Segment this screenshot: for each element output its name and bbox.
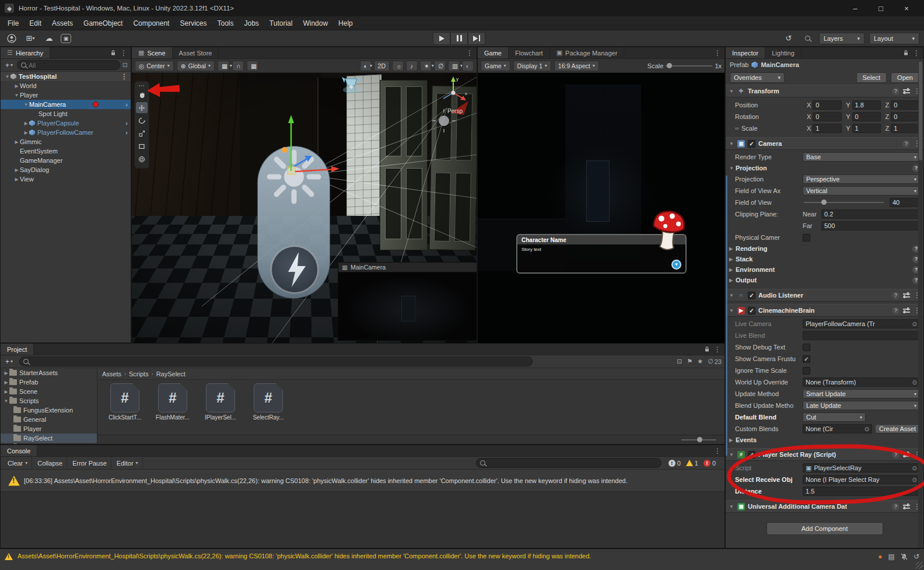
hidden-items-icon[interactable]: ∅23 <box>708 358 722 365</box>
hierarchy-search-input[interactable] <box>29 62 116 69</box>
help-icon[interactable]: ? <box>892 451 900 459</box>
tab-inspector[interactable]: Inspector <box>726 47 765 58</box>
error-filter-badge[interactable]: !0 <box>704 460 716 467</box>
foldout-arrow-icon[interactable]: ▼ <box>729 141 734 146</box>
game-viewport[interactable]: Character Name Story text ▼ <box>478 73 724 344</box>
open-button[interactable]: Open <box>891 72 919 83</box>
menu-component[interactable]: Component <box>128 16 174 30</box>
project-search-input[interactable] <box>31 358 528 365</box>
position-y-field[interactable]: 1.8 <box>852 100 881 110</box>
show-camera-frustum-checkbox[interactable]: ✓ <box>803 355 810 363</box>
preset-icon[interactable] <box>903 452 910 457</box>
custom-blends-field[interactable]: None (Cir⊙ <box>803 424 872 433</box>
scale-x-field[interactable]: 1 <box>813 124 842 133</box>
foldout-arrow-icon[interactable]: ▼ <box>3 398 9 404</box>
rotation-z-field[interactable]: 0 <box>891 112 920 121</box>
project-folder[interactable]: General <box>1 415 97 424</box>
menu-help[interactable]: Help <box>333 16 358 30</box>
lock-icon[interactable] <box>704 346 710 352</box>
projection-mode-label[interactable]: Persp <box>447 108 463 114</box>
gizmos-collapse-icon[interactable]: ‹ <box>462 61 474 71</box>
help-icon[interactable]: ? <box>892 503 900 510</box>
help-icon[interactable]: ? <box>902 140 910 148</box>
play-button[interactable] <box>433 32 450 45</box>
add-component-button[interactable]: Add Component <box>766 522 883 535</box>
select-receive-obj-field[interactable]: None (I Player Select Ray⊙ <box>803 475 920 484</box>
scene-options-icon[interactable]: ⋮ <box>121 72 128 81</box>
prefab-open-arrow-icon[interactable]: › <box>125 120 128 127</box>
scale-y-field[interactable]: 1 <box>852 124 881 133</box>
physical-camera-checkbox[interactable] <box>803 234 810 242</box>
select-button[interactable]: Select <box>856 72 887 83</box>
layout-dropdown[interactable]: Layout▾ <box>869 33 919 44</box>
far-field[interactable]: 500 <box>821 221 920 230</box>
file-item[interactable]: #FlashMater... <box>151 383 194 421</box>
move-tool-button[interactable] <box>136 102 148 113</box>
editor-dropdown[interactable]: Editor▾ <box>113 457 143 469</box>
scale-tool-button[interactable] <box>136 128 148 139</box>
collapse-button[interactable]: Collapse <box>33 457 67 469</box>
hierarchy-item[interactable]: ▶Gimmic <box>1 137 131 146</box>
file-item[interactable]: #ClickStartT... <box>103 383 146 421</box>
hierarchy-search[interactable] <box>17 60 120 70</box>
foldout-arrow-icon[interactable]: ▶ <box>13 139 20 145</box>
menu-jobs[interactable]: Jobs <box>239 16 264 30</box>
foldout-arrow-icon[interactable]: ▼ <box>4 74 10 79</box>
preset-icon[interactable] <box>903 292 910 298</box>
project-folder[interactable]: ▶StarterAssets <box>1 368 97 377</box>
inspector-left-scrollbar[interactable] <box>726 176 727 456</box>
project-folder[interactable]: FungusExtension <box>1 405 97 415</box>
show-debug-text-checkbox[interactable] <box>803 344 810 351</box>
filter-label-icon[interactable]: ⚑ <box>687 358 692 365</box>
scene-viewport[interactable]: y x Persp ••• ▦MainCamera <box>132 73 477 344</box>
foldout-arrow-icon[interactable]: ▼ <box>729 308 734 313</box>
undo-history-icon[interactable]: ↺ <box>782 33 796 44</box>
hierarchy-item[interactable]: ▼Player <box>1 90 131 100</box>
panel-menu-icon[interactable]: ⋮ <box>120 49 127 57</box>
menu-file[interactable]: File <box>2 16 24 30</box>
hierarchy-item-prefab[interactable]: ▶PlayerFollowCamer› <box>1 128 131 137</box>
component-enabled-checkbox[interactable]: ✓ <box>748 140 755 148</box>
layers-dropdown[interactable]: Layers▾ <box>819 33 864 44</box>
projection-section[interactable]: ▼ Projection ? <box>726 163 923 173</box>
lock-icon[interactable] <box>903 50 909 56</box>
rotation-y-field[interactable]: 0 <box>852 112 881 121</box>
stack-foldout[interactable]: ▶Stack? <box>726 254 923 264</box>
menu-assets[interactable]: Assets <box>47 16 78 30</box>
scene-lighting-icon[interactable]: ☼ <box>392 61 404 71</box>
info-filter-badge[interactable]: !0 <box>668 460 681 467</box>
services-icon[interactable]: ▣ <box>61 34 71 43</box>
hierarchy-item-maincamera[interactable]: ▼MainCamera› <box>1 100 131 109</box>
breadcrumb-item[interactable]: RaySelect <box>156 370 186 377</box>
position-z-field[interactable]: 0 <box>891 100 920 110</box>
file-item[interactable]: #SelectRay... <box>247 383 290 421</box>
create-asset-button[interactable]: Create Asset <box>875 424 920 433</box>
tab-flowchart[interactable]: Flowchart <box>509 47 550 58</box>
menu-services[interactable]: Services <box>174 16 212 30</box>
camera-component-header[interactable]: ▼ ▣ ✓ Camera ?⋮ <box>726 137 923 150</box>
clear-button[interactable]: Clear▾ <box>4 457 32 469</box>
menu-tools[interactable]: Tools <box>212 16 239 30</box>
grid-snapping-dropdown[interactable]: ▦▾ <box>218 61 229 71</box>
project-folder[interactable]: Player <box>1 424 97 433</box>
tab-hierarchy[interactable]: ☰Hierarchy <box>1 47 50 58</box>
thumbnail-zoom-slider[interactable] <box>681 439 716 440</box>
console-search[interactable] <box>476 458 662 468</box>
hierarchy-item[interactable]: ▶View <box>1 174 131 184</box>
help-icon[interactable]: ? <box>892 292 900 299</box>
version-control-icon[interactable]: ⊞ ▾ <box>23 33 37 44</box>
favorites-icon[interactable]: ★ <box>697 358 703 365</box>
object-picker-icon[interactable]: ⊙ <box>912 379 917 386</box>
environment-foldout[interactable]: ▶Environment? <box>726 264 923 275</box>
fov-slider[interactable] <box>804 202 884 203</box>
events-foldout[interactable]: ▶Events <box>726 435 923 445</box>
create-asset-plus-button[interactable]: +▾ <box>4 358 15 366</box>
near-field[interactable]: 0.2 <box>821 209 920 219</box>
project-folder[interactable]: ▶Prefab <box>1 377 97 387</box>
hierarchy-item-scene[interactable]: ▼TestHospital⋮ <box>1 72 131 81</box>
foldout-arrow-icon[interactable]: ▶ <box>3 389 9 394</box>
effects-dropdown[interactable]: ✶▾ <box>420 61 432 71</box>
scale-slider[interactable] <box>666 65 712 67</box>
prefab-open-arrow-icon[interactable]: › <box>125 101 128 108</box>
scene-orientation-gizmo[interactable]: y x <box>436 74 471 109</box>
